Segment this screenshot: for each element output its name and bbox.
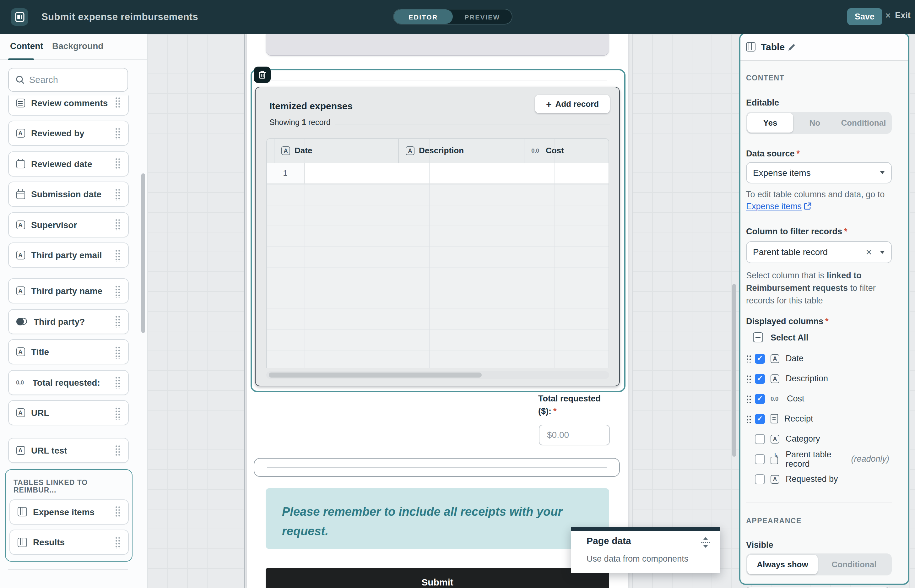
drag-handle-icon[interactable]	[746, 394, 752, 403]
visible-option-conditional[interactable]: Conditional	[818, 554, 891, 574]
drag-handle-icon[interactable]	[746, 415, 752, 423]
column-checkbox[interactable]	[755, 373, 765, 383]
drag-handle-icon[interactable]	[115, 284, 120, 297]
drag-handle-icon[interactable]	[115, 96, 120, 109]
sidebar-field-item[interactable]: Total requested:	[8, 370, 128, 395]
grid-header-row: Date Description Cost	[267, 139, 608, 163]
drag-handle-icon[interactable]	[115, 218, 120, 231]
displayed-column-row[interactable]: Date	[746, 348, 889, 368]
page-data-popover[interactable]: Page data Use data from components	[571, 527, 720, 573]
displayed-column-row[interactable]: Requested by	[746, 469, 889, 489]
sidebar-scrollbar[interactable]	[141, 173, 145, 333]
visible-segmented-control[interactable]: Always show Conditional	[746, 553, 892, 575]
column-checkbox[interactable]	[755, 434, 765, 444]
column-checkbox[interactable]	[755, 394, 765, 404]
displayed-column-row[interactable]: Description	[746, 368, 889, 389]
drag-handle-icon[interactable]	[115, 249, 120, 262]
editable-option-yes[interactable]: Yes	[747, 113, 793, 132]
toggle-preview[interactable]: PREVIEW	[453, 10, 512, 24]
editor-preview-toggle[interactable]: EDITOR PREVIEW	[393, 9, 512, 24]
column-checkbox[interactable]	[755, 474, 765, 484]
tab-background[interactable]: Background	[52, 41, 103, 51]
section-appearance-label: APPEARANCE	[746, 517, 889, 524]
sidebar-field-item[interactable]: Reviewed by	[8, 121, 128, 146]
sidebar-field-item[interactable]: Reviewed date	[8, 151, 128, 176]
drag-handle-icon[interactable]	[115, 406, 120, 419]
table-element[interactable]: Itemized expenses + Add record Showing 1…	[255, 86, 620, 386]
record-row[interactable]: 1	[267, 163, 608, 184]
sidebar-field-item[interactable]: Review comments	[8, 95, 128, 115]
chevron-down-icon	[880, 171, 885, 174]
required-asterisk: *	[797, 149, 800, 158]
displayed-column-row[interactable]: Category	[746, 429, 889, 449]
search-input[interactable]: Search	[8, 68, 128, 92]
page-guide-right	[631, 34, 633, 588]
sidebar-table-item[interactable]: Results	[9, 530, 128, 555]
records-grid[interactable]: Date Description Cost	[266, 138, 609, 368]
expense-items-link[interactable]: Expense items	[746, 202, 802, 211]
sidebar-field-item[interactable]: Submission date	[8, 181, 128, 207]
drag-handle-icon[interactable]	[115, 505, 120, 518]
grid-column-header[interactable]: Cost	[524, 139, 609, 162]
title-input[interactable]	[745, 586, 891, 588]
drag-handle-icon[interactable]	[115, 444, 120, 457]
visible-option-always[interactable]: Always show	[747, 554, 818, 574]
grid-hscrollbar-track[interactable]	[266, 371, 609, 378]
clear-selection-icon[interactable]: ✕	[865, 247, 872, 257]
drag-handle-icon[interactable]	[746, 375, 752, 383]
grid-column-header[interactable]: Date	[274, 139, 398, 162]
previous-form-element[interactable]	[266, 34, 609, 56]
column-checkbox[interactable]	[755, 454, 765, 464]
sidebar-field-item[interactable]: Third party name	[8, 278, 128, 304]
grid-column-separator	[304, 139, 305, 368]
drag-handle-icon[interactable]	[746, 354, 752, 362]
displayed-column-row[interactable]: Receipt	[746, 409, 889, 429]
select-all-checkbox[interactable]	[753, 332, 763, 342]
displayed-column-row[interactable]: Parent table record (readonly)	[746, 449, 889, 469]
drag-vertical-icon[interactable]	[701, 537, 710, 550]
canvas-scrollbar[interactable]	[732, 284, 736, 457]
editable-option-conditional[interactable]: Conditional	[836, 113, 891, 132]
field-label: Total requested:	[32, 377, 108, 387]
total-requested-input[interactable]: $0.00	[539, 424, 610, 445]
row-number-cell: 1	[267, 163, 304, 183]
select-all-row[interactable]: Select All	[753, 332, 889, 343]
add-record-button[interactable]: + Add record	[535, 95, 610, 113]
tab-content[interactable]: Content	[10, 41, 44, 51]
sidebar-field-item[interactable]: URL test	[8, 438, 128, 463]
drag-handle-icon[interactable]	[115, 536, 120, 549]
column-checkbox[interactable]	[755, 353, 765, 363]
submit-button[interactable]: Submit	[266, 568, 609, 588]
editable-option-no[interactable]: No	[793, 113, 836, 132]
data-source-helper: To edit table columns and data, go to Ex…	[746, 188, 894, 213]
data-source-dropdown[interactable]: Expense items	[746, 162, 892, 183]
sidebar-field-item[interactable]: Third party?	[8, 309, 128, 334]
sidebar-field-item[interactable]: Supervisor	[8, 212, 128, 237]
divider-element[interactable]	[254, 458, 620, 477]
drag-handle-icon[interactable]	[115, 376, 120, 389]
drag-handle-icon[interactable]	[115, 345, 120, 359]
displayed-column-row[interactable]: Cost	[746, 389, 889, 409]
field-label: Reviewed date	[31, 158, 108, 169]
filter-column-dropdown[interactable]: Parent table record ✕	[746, 241, 892, 263]
edit-name-icon[interactable]	[787, 43, 796, 54]
sidebar-table-item[interactable]: Expense items	[9, 499, 128, 524]
drag-handle-icon[interactable]	[115, 157, 120, 170]
sidebar-field-item[interactable]: URL	[8, 400, 128, 425]
column-checkbox[interactable]	[755, 414, 765, 424]
grid-hscrollbar-thumb[interactable]	[269, 372, 482, 377]
callout-element[interactable]: Please remember to include all receipts …	[266, 488, 609, 549]
toggle-editor[interactable]: EDITOR	[394, 10, 453, 24]
required-asterisk: *	[844, 226, 847, 236]
drag-handle-icon[interactable]	[115, 315, 120, 328]
exit-button[interactable]: ✕ Exit	[885, 11, 910, 20]
drag-handle-icon[interactable]	[115, 127, 120, 140]
page-icon-button[interactable]	[11, 8, 28, 26]
linked-tables-heading: TABLES LINKED TO REIMBUR...	[13, 479, 128, 494]
drag-handle-icon[interactable]	[115, 187, 120, 201]
editable-segmented-control[interactable]: Yes No Conditional	[746, 111, 892, 134]
delete-element-button[interactable]	[254, 66, 271, 83]
grid-column-header[interactable]: Description	[398, 139, 524, 162]
sidebar-field-item[interactable]: Title	[8, 339, 128, 364]
sidebar-field-item[interactable]: Third party email	[8, 242, 128, 268]
